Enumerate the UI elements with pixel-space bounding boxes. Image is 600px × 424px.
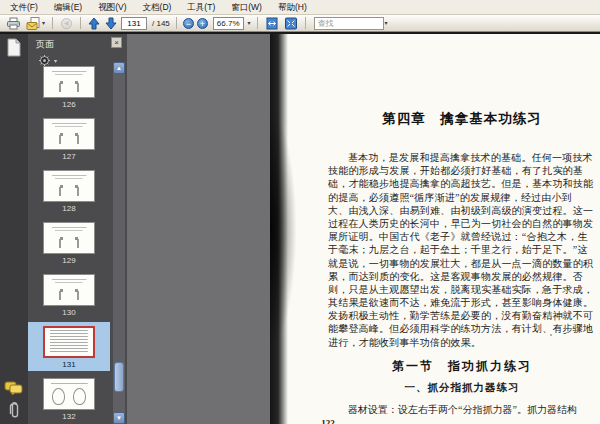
thumbnail-preview-art [46, 381, 92, 407]
section-heading: 第一节 指功抓力练习 [328, 358, 596, 375]
thumbnail-page[interactable] [43, 326, 95, 358]
previous-page-button[interactable] [87, 16, 101, 30]
thumbnail-list: 126 127 128 [28, 62, 110, 424]
body-text-line: 能攀登高峰。但必须用科学的练功方法，有计划、有步骤地 [328, 322, 598, 335]
thumbnail-page[interactable] [43, 274, 95, 306]
thumbnail-page[interactable] [43, 170, 95, 202]
body-text-line: 于毫末；九层之台，起于垒土；千里之行，始于足下。”这 [328, 243, 598, 256]
thumbnail-page[interactable] [43, 222, 95, 254]
panel-close-button[interactable]: × [111, 37, 122, 48]
comments-panel-tab[interactable] [4, 378, 24, 398]
email-export-button[interactable]: ▾ [25, 16, 46, 30]
document-page: 第四章 擒拿基本功练习 基本功，是发展和提高擒拿技术的基础。任何一项技术 技能的… [270, 34, 600, 424]
zoom-level-dropdown[interactable]: 66.7% [213, 17, 244, 30]
zoom-in-button[interactable]: + [197, 18, 208, 29]
page-thumbnail[interactable]: 128 [28, 166, 110, 215]
thumbnail-page-number: 130 [28, 308, 110, 317]
body-text-line: 技能的形成与发展，开始都必须打好基础，有了扎实的基 [328, 164, 598, 177]
thumbnail-page[interactable] [43, 118, 95, 150]
paperclip-icon [7, 401, 21, 419]
page-thumbnail[interactable]: 129 [28, 218, 110, 267]
scroll-down-button[interactable]: ▼ [113, 412, 125, 424]
next-page-button[interactable] [104, 16, 118, 30]
scroll-up-arrow-icon: ▲ [116, 65, 122, 71]
scroll-down-arrow-icon: ▼ [116, 415, 122, 421]
thumbnail-preview-art [47, 330, 91, 354]
find-input[interactable] [314, 17, 384, 30]
pages-panel-tab[interactable] [4, 37, 24, 57]
body-text-line: 累，而达到质的变化。这是客观事物发展的必然规律。否 [328, 270, 598, 283]
chapter-title: 第四章 擒拿基本功练习 [328, 110, 596, 128]
page-thumbnail[interactable]: 132 [28, 374, 110, 423]
thumbnail-scrollbar[interactable]: ▲ ▼ [113, 62, 125, 424]
thumbnail-preview-art [46, 121, 92, 147]
body-text-line: 其结果是欲速而不达，难免流于形式，甚至影响身体健康。 [328, 296, 598, 309]
previous-view-button-disabled [59, 16, 74, 30]
print-button[interactable] [5, 16, 22, 30]
body-text-line: 展所证明。中国古代《老子》就曾经说过：“合抱之木，生 [328, 230, 598, 243]
body-text-line: 大、由浅入深、由易到难、由初级到高级的演变过程。这一 [328, 204, 598, 217]
fit-width-button[interactable] [264, 16, 280, 30]
attachments-panel-tab[interactable] [4, 400, 24, 420]
menu-item[interactable]: 文件(F) [2, 0, 46, 14]
page-thumbnail[interactable]: 130 [28, 270, 110, 319]
thumbnail-page-number: 127 [28, 152, 110, 161]
page-number-input[interactable] [121, 17, 147, 30]
scan-shadow-blob [270, 114, 296, 344]
menu-item[interactable]: 帮助(H) [270, 0, 315, 14]
fit-page-button[interactable] [283, 16, 299, 30]
printed-page-number: — 122 — [310, 418, 346, 424]
caret-down-icon[interactable]: ▾ [248, 20, 251, 26]
body-text-line: 则，只是从主观愿望出发，脱离现实基础实际，急于求成， [328, 283, 598, 296]
body-text-line: 的提高，必须遵照“循序渐进”的发展规律，经过由小到 [328, 191, 598, 204]
thumbnail-preview-art [46, 277, 92, 303]
thumbnail-preview-art [46, 173, 92, 199]
menu-item[interactable]: 窗口(W) [223, 0, 270, 14]
menu-bar: 文件(F) 编辑(E) 视图(V) 文档(D) 工具(T) 窗口(W) 帮助(H… [0, 0, 600, 15]
page-down-arrow-icon [105, 17, 117, 30]
navigation-rail [0, 34, 28, 424]
scroll-up-button[interactable]: ▲ [113, 62, 125, 74]
menu-item[interactable]: 工具(T) [179, 0, 223, 14]
toolbar-separator [80, 17, 81, 29]
caret-down-icon[interactable]: ▾ [42, 20, 45, 26]
menu-item[interactable]: 视图(V) [90, 0, 134, 14]
zoom-level-value: 66.7% [217, 19, 240, 28]
pdf-viewer-window: 文件(F) 编辑(E) 视图(V) 文档(D) 工具(T) 窗口(W) 帮助(H… [0, 0, 600, 424]
page-thumbnail[interactable]: 127 [28, 114, 110, 163]
thumbnail-page-number: 132 [28, 412, 110, 421]
thumbnail-page[interactable] [43, 378, 95, 410]
toolbar: ▾ / 145 − + 66.7% ▾ [0, 15, 600, 32]
fit-page-icon [284, 17, 298, 30]
body-text-block: 基本功，是发展和提高擒拿技术的基础。任何一项技术 技能的形成与发展，开始都必须打… [328, 151, 598, 349]
find-options-caret-icon[interactable]: ▾ [385, 20, 388, 26]
body-text-line: 过程在人类历史的长河中，早已为一切社会的自然的事物发 [328, 217, 598, 230]
pages-icon [6, 38, 22, 57]
thumbnail-page-number: 128 [28, 204, 110, 213]
thumbnail-page-number: 126 [28, 100, 110, 109]
content-area: 页面 × ▾ 126 [0, 32, 600, 424]
thumbnail-page-number: 129 [28, 256, 110, 265]
email-document-icon [26, 17, 41, 30]
body-text-line: 基本功，是发展和提高擒拿技术的基础。任何一项技术 [328, 151, 598, 164]
thumbnail-page-number: 131 [28, 360, 110, 369]
menu-item[interactable]: 文档(D) [135, 0, 180, 14]
fit-width-icon [265, 17, 279, 30]
toolbar-separator [52, 17, 53, 29]
document-pane[interactable]: 第四章 擒拿基本功练习 基本功，是发展和提高擒拿技术的基础。任何一项技术 技能的… [127, 34, 600, 424]
page-thumbnail[interactable]: 131 [28, 322, 110, 371]
body-text-line: 进行，才能收到事半功倍的效果。 [328, 336, 598, 349]
pages-panel-title: 页面 [36, 38, 54, 51]
printer-icon [6, 17, 21, 30]
scrollbar-thumb[interactable] [114, 362, 124, 392]
toolbar-separator [176, 17, 177, 29]
sub-heading: 一、抓分指抓力器练习 [328, 381, 596, 395]
menu-item[interactable]: 编辑(E) [46, 0, 90, 14]
pages-panel: 页面 × ▾ 126 [28, 34, 127, 424]
body-text-line: 就是说，一切事物的发展壮大，都是从一点一滴的数量的积 [328, 257, 598, 270]
thumbnail-preview-art [46, 69, 92, 95]
body-text-line: 发扬积极主动性，勤学苦练是必要的，没有勤奋精神就不可 [328, 309, 598, 322]
page-thumbnail[interactable]: 126 [28, 62, 110, 111]
zoom-out-button[interactable]: − [183, 18, 194, 29]
thumbnail-page[interactable] [43, 66, 95, 98]
